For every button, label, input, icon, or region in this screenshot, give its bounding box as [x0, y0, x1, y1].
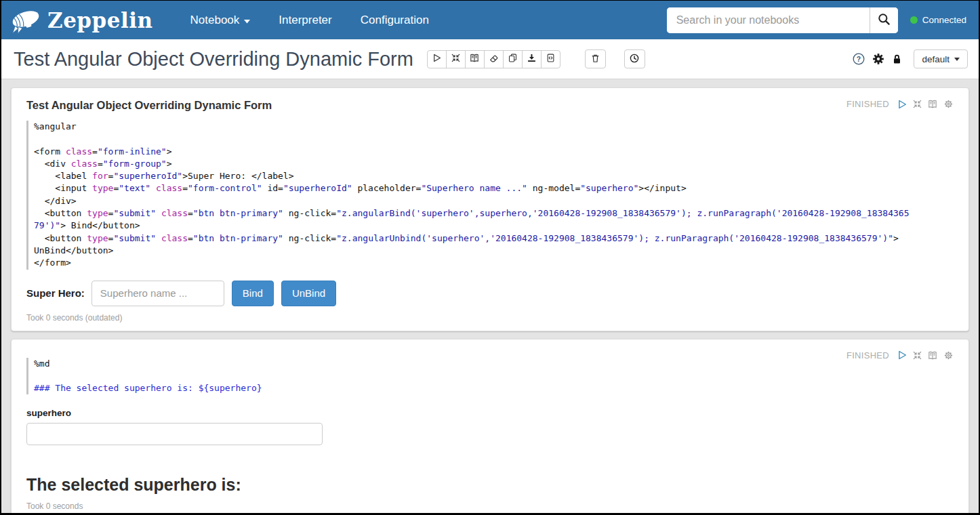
copy-pages-icon	[508, 54, 517, 64]
run-paragraph-icon[interactable]	[897, 100, 907, 109]
connection-status: Connected	[910, 15, 966, 25]
angular-form-output: Super Hero: Bind UnBind	[26, 281, 954, 306]
zeppelin-brand[interactable]: Zeppelin	[8, 4, 153, 37]
note-settings-gear-icon[interactable]	[872, 53, 884, 65]
navbar-right: Connected	[667, 7, 973, 33]
run-all-paragraphs-button[interactable]	[427, 50, 447, 68]
toggle-editor-book-icon[interactable]	[928, 100, 937, 108]
paragraph-status: FINISHED	[846, 350, 889, 360]
compress-arrows-icon	[451, 54, 460, 64]
play-icon	[432, 54, 441, 64]
code-editor-angular[interactable]: %angular <form class="form-inline"> <div…	[26, 121, 954, 270]
search-group	[667, 7, 898, 33]
nav-item-configuration[interactable]: Configuration	[361, 14, 429, 27]
navbar: Zeppelin Notebook Interpreter Configurat…	[1, 1, 979, 39]
superhero-form-label: Super Hero:	[26, 287, 85, 299]
open-book-icon	[470, 54, 479, 64]
superhero-name-input[interactable]	[91, 281, 224, 306]
clock-icon	[630, 54, 639, 65]
execution-time-label: Took 0 seconds (outdated)	[26, 313, 954, 323]
export-note-button[interactable]	[522, 50, 542, 68]
markdown-output-heading: The selected superhero is:	[26, 475, 954, 495]
connected-dot-icon	[910, 16, 918, 24]
unbind-button[interactable]: UnBind	[281, 281, 336, 306]
note-content: FINISHED	[1, 79, 979, 515]
chevron-down-icon	[954, 58, 960, 61]
connected-label: Connected	[922, 15, 966, 25]
zeppelin-app: Zeppelin Notebook Interpreter Configurat…	[0, 0, 980, 515]
superhero-dynamic-input[interactable]	[26, 423, 323, 445]
run-paragraph-icon[interactable]	[897, 350, 907, 360]
paragraph-settings-gear-icon[interactable]	[943, 350, 954, 360]
svg-text:?: ?	[857, 55, 861, 63]
chevron-down-icon	[244, 14, 250, 27]
execution-time-label: Took 0 seconds	[26, 501, 954, 511]
shrink-paragraphs-button[interactable]	[446, 50, 466, 68]
code-editor-markdown[interactable]: %md ### The selected superhero is: ${sup…	[26, 358, 954, 395]
zeppelin-logo-icon	[8, 4, 43, 37]
download-icon	[527, 54, 536, 64]
toggle-editor-book-icon[interactable]	[928, 351, 937, 360]
superhero-dynamic-form-label: superhero	[26, 408, 954, 418]
toggle-code-button[interactable]	[465, 50, 485, 68]
interpreter-binding-dropdown[interactable]: default	[914, 49, 968, 68]
bind-button[interactable]: Bind	[232, 281, 274, 306]
nav-item-notebook[interactable]: Notebook	[190, 14, 251, 27]
paragraph-controls: FINISHED	[846, 99, 954, 109]
export-code-button[interactable]	[541, 50, 560, 68]
clear-output-button[interactable]	[484, 50, 504, 68]
remove-note-button[interactable]	[585, 49, 606, 68]
paragraph-title: Test Angular Object Overriding Dynamic F…	[26, 99, 954, 112]
shrink-paragraph-icon[interactable]	[913, 351, 922, 360]
search-icon	[878, 13, 891, 28]
paragraph-status: FINISHED	[846, 99, 889, 109]
paragraph-controls: FINISHED	[846, 350, 954, 360]
nav-item-interpreter[interactable]: Interpreter	[279, 14, 331, 27]
shrink-paragraph-icon[interactable]	[913, 100, 922, 108]
paragraph-angular-form: FINISHED	[11, 87, 969, 331]
search-button[interactable]	[870, 7, 898, 33]
code-document-icon	[546, 54, 555, 64]
trash-icon	[591, 54, 600, 65]
search-input[interactable]	[667, 7, 870, 33]
note-toolbar	[427, 50, 560, 68]
clone-note-button[interactable]	[503, 50, 523, 68]
lock-icon[interactable]	[892, 54, 902, 65]
eraser-icon	[489, 54, 498, 64]
scheduler-button[interactable]	[624, 49, 645, 68]
note-header: Test Angular Object Overriding Dynamic F…	[1, 39, 979, 79]
help-icon[interactable]: ?	[853, 53, 865, 65]
note-title: Test Angular Object Overriding Dynamic F…	[14, 48, 413, 70]
paragraph-markdown: FINISHED	[11, 339, 969, 515]
brand-title: Zeppelin	[47, 8, 153, 33]
note-header-right: ? default	[853, 49, 968, 68]
paragraph-settings-gear-icon[interactable]	[943, 99, 954, 109]
